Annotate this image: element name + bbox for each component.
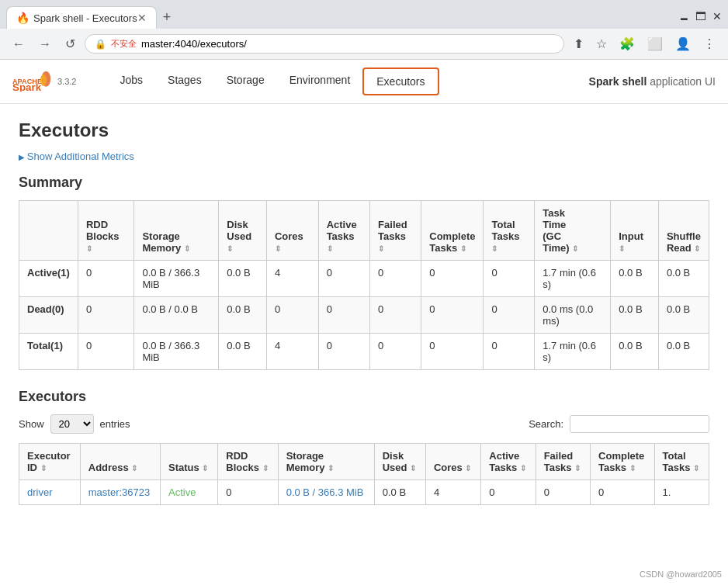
active-cores: 4	[266, 261, 318, 297]
spark-header: APACHE Spark 3.3.2 Jobs Stages Storage E…	[0, 60, 728, 104]
back-button[interactable]: ←	[8, 34, 29, 54]
active-active-tasks: 0	[318, 261, 369, 297]
forward-button[interactable]: →	[34, 34, 56, 54]
total-task-time: 1.7 min (0.6 s)	[535, 334, 611, 370]
minimize-icon[interactable]: 🗕	[678, 10, 689, 22]
dead-active-tasks: 0	[318, 297, 369, 334]
split-button[interactable]: ⬜	[643, 33, 667, 54]
browser-chrome: 🔥 Spark shell - Executors ✕ + 🗕 🗖 ✕ ← → …	[0, 0, 728, 60]
summary-table: RDDBlocks ⇕ StorageMemory ⇕ DiskUsed ⇕ C…	[19, 200, 709, 370]
summary-table-header-row: RDDBlocks ⇕ StorageMemory ⇕ DiskUsed ⇕ C…	[19, 201, 709, 261]
nav-jobs[interactable]: Jobs	[107, 68, 155, 95]
total-active-tasks: 0	[318, 334, 369, 370]
sort-complete-tasks[interactable]: ⇕	[460, 244, 466, 253]
summary-section-title: Summary	[19, 175, 709, 191]
driver-link[interactable]: driver	[27, 486, 53, 498]
show-select[interactable]: 10 20 50 100	[50, 414, 94, 434]
sort-exec-rdd[interactable]: ⇕	[262, 464, 269, 472]
tab-close-button[interactable]: ✕	[137, 12, 147, 24]
bookmark-button[interactable]: ☆	[591, 33, 612, 54]
nav-executors[interactable]: Executors	[362, 68, 439, 95]
menu-button[interactable]: ⋮	[699, 33, 720, 54]
sort-exec-total[interactable]: ⇕	[693, 464, 699, 472]
dead-storage: 0.0 B / 0.0 B	[134, 297, 219, 334]
nav-environment[interactable]: Environment	[277, 68, 363, 95]
spark-version: 3.3.2	[57, 77, 76, 86]
dead-complete-tasks: 0	[421, 297, 484, 334]
show-label: Show	[19, 418, 44, 430]
exec-failed: 0	[536, 480, 590, 505]
sort-exec-cores[interactable]: ⇕	[465, 464, 471, 472]
svg-text:Spark: Spark	[12, 81, 42, 92]
th-storage-memory: StorageMemory ⇕	[134, 201, 219, 261]
maximize-icon[interactable]: 🗖	[695, 10, 706, 22]
total-total-tasks: 0	[484, 334, 535, 370]
browser-tab-active[interactable]: 🔥 Spark shell - Executors ✕	[6, 6, 157, 29]
th-exec-active-tasks: ActiveTasks ⇕	[481, 444, 536, 480]
th-exec-total-tasks: TotalTasks ⇕	[654, 444, 709, 480]
refresh-button[interactable]: ↺	[61, 33, 80, 54]
th-exec-complete-tasks: CompleteTasks ⇕	[591, 444, 654, 480]
dead-failed-tasks: 0	[370, 297, 421, 334]
sort-exec-storage[interactable]: ⇕	[328, 464, 334, 472]
spark-nav: Jobs Stages Storage Environment Executor…	[107, 68, 439, 95]
sort-total-tasks[interactable]: ⇕	[491, 244, 497, 253]
sort-cores[interactable]: ⇕	[275, 244, 281, 253]
sort-shuffle-read[interactable]: ⇕	[694, 244, 700, 253]
total-failed-tasks: 0	[370, 334, 421, 370]
sort-failed-tasks[interactable]: ⇕	[378, 244, 384, 253]
address-bar[interactable]: 🔒 不安全	[85, 34, 564, 54]
address-input[interactable]	[141, 38, 554, 50]
search-input[interactable]	[570, 415, 709, 433]
th-complete-tasks: CompleteTasks ⇕	[421, 201, 484, 261]
browser-tabs: 🔥 Spark shell - Executors ✕ + 🗕 🗖 ✕	[0, 0, 728, 29]
sort-exec-active[interactable]: ⇕	[520, 464, 526, 472]
tab-favicon: 🔥	[16, 12, 29, 24]
exec-id-driver: driver	[19, 480, 81, 505]
th-status: Status ⇕	[161, 444, 218, 480]
executors-header-row: ExecutorID ⇕ Address ⇕ Status ⇕ RDDBlock…	[19, 444, 709, 480]
total-storage: 0.0 B / 366.3 MiB	[134, 334, 219, 370]
sort-rdd-blocks[interactable]: ⇕	[86, 244, 92, 253]
close-window-icon[interactable]: ✕	[712, 10, 722, 22]
new-tab-button[interactable]: +	[157, 6, 178, 29]
profile-button[interactable]: 👤	[671, 33, 695, 54]
nav-storage[interactable]: Storage	[214, 68, 277, 95]
dead-disk: 0.0 B	[219, 297, 267, 334]
label-active: Active(1)	[19, 261, 78, 297]
address-link[interactable]: master:36723	[88, 486, 151, 498]
sort-exec-disk[interactable]: ⇕	[410, 464, 416, 472]
extensions-button[interactable]: 🧩	[615, 33, 640, 54]
th-exec-cores: Cores ⇕	[425, 444, 480, 480]
sort-task-time[interactable]: ⇕	[572, 244, 578, 253]
sort-exec-failed[interactable]: ⇕	[574, 464, 581, 472]
storage-link[interactable]: 0.0 B / 366.3 MiB	[286, 486, 364, 498]
active-rdd: 0	[78, 261, 133, 297]
total-input: 0.0 B	[611, 334, 659, 370]
sort-exec-complete[interactable]: ⇕	[629, 464, 636, 472]
tab-title: Spark shell - Executors	[33, 12, 137, 24]
active-task-time: 1.7 min (0.6 s)	[535, 261, 611, 297]
exec-cores: 4	[425, 480, 480, 505]
sort-input[interactable]: ⇕	[619, 244, 625, 253]
page-title: Executors	[19, 119, 709, 141]
show-metrics-link[interactable]: Show Additional Metrics	[19, 151, 134, 162]
sort-active-tasks[interactable]: ⇕	[327, 244, 333, 253]
share-button[interactable]: ⬆	[569, 33, 588, 54]
dead-rdd: 0	[78, 297, 133, 334]
exec-address: master:36723	[80, 480, 160, 505]
sort-address[interactable]: ⇕	[131, 464, 137, 472]
nav-stages[interactable]: Stages	[155, 68, 214, 95]
sort-status[interactable]: ⇕	[202, 464, 208, 472]
sort-disk-used[interactable]: ⇕	[227, 244, 233, 253]
sort-executor-id[interactable]: ⇕	[40, 464, 47, 472]
th-executor-id: ExecutorID ⇕	[19, 444, 81, 480]
app-name: Spark shell application UI	[589, 75, 716, 88]
exec-status: Active	[161, 480, 218, 505]
sort-storage-memory[interactable]: ⇕	[184, 244, 190, 253]
exec-disk: 0.0 B	[374, 480, 425, 505]
th-active-tasks: ActiveTasks ⇕	[318, 201, 369, 261]
dead-cores: 0	[266, 297, 318, 334]
th-exec-disk: DiskUsed ⇕	[374, 444, 425, 480]
executors-section-title: Executors	[19, 389, 709, 405]
